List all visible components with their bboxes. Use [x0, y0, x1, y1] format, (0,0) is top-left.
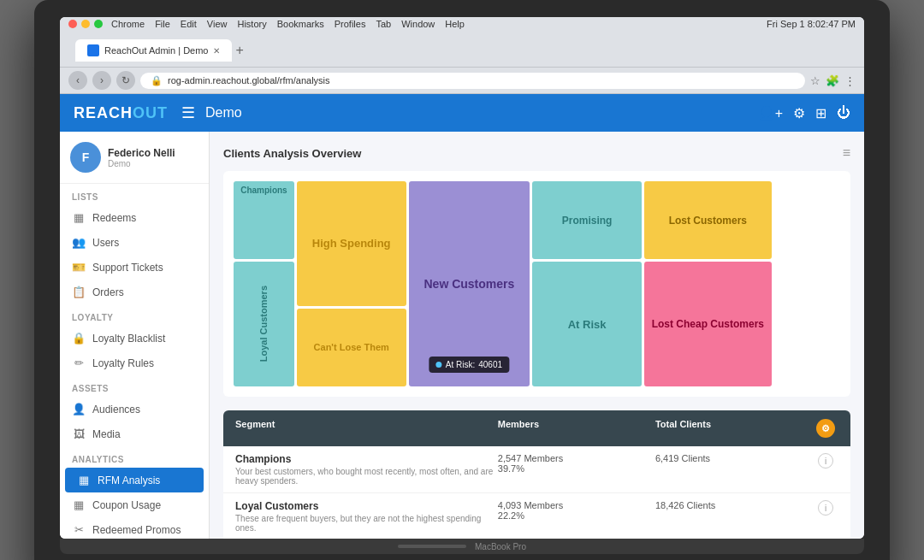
menu-chrome[interactable]: Chrome: [111, 19, 145, 29]
active-tab[interactable]: ReachOut Admin | Demo ✕: [75, 39, 232, 62]
menu-window[interactable]: Window: [401, 19, 435, 29]
menu-file[interactable]: File: [155, 19, 170, 29]
members-pct-champions: 39.7%: [498, 463, 655, 474]
section-header: Clients Analysis Overview ≡: [223, 145, 850, 161]
th-members: Members: [498, 419, 655, 438]
chrome-tabs: ReachOut Admin | Demo ✕ +: [75, 39, 856, 62]
laptop-frame: Chrome File Edit View History Bookmarks …: [34, 0, 890, 560]
top-bar: REACHOUT ☰ Demo 👤+ ⚙ ⊞ ⏻: [60, 94, 864, 132]
extensions-btn[interactable]: 🧩: [826, 74, 839, 87]
tm-cell-cant-lose[interactable]: Can't Lose Them: [297, 309, 406, 386]
tm-cell-high-spending[interactable]: High Spending: [297, 181, 406, 306]
sidebar-label-orders: Orders: [92, 286, 124, 298]
table-gear-btn[interactable]: ⚙: [816, 419, 835, 438]
address-bar[interactable]: 🔒 rog-admin.reachout.global/rfm/analysis: [140, 73, 805, 89]
sidebar-label-redeems: Redeems: [92, 212, 136, 224]
tooltip-label: At Risk:: [446, 360, 475, 369]
menu-help[interactable]: Help: [445, 19, 465, 29]
tm-col-5: Lost Customers Lost Cheap Customers: [644, 181, 772, 386]
sidebar-item-rules[interactable]: ✏ Loyalty Rules: [60, 351, 209, 375]
tm-cell-champions[interactable]: Champions: [234, 181, 294, 259]
treemap-container: Champions Loyal Customers High Spending: [223, 171, 850, 397]
chrome-dots: [68, 20, 103, 28]
sidebar-item-redeems[interactable]: ▦ Redeems: [60, 205, 209, 230]
td-total-champions: 6,419 Clients: [655, 453, 813, 463]
close-window-btn[interactable]: [68, 20, 77, 28]
app: REACHOUT ☰ Demo 👤+ ⚙ ⊞ ⏻ F: [60, 94, 864, 539]
top-bar-icons: 👤+ ⚙ ⊞ ⏻: [758, 105, 850, 121]
tm-label-champions: Champions: [240, 186, 287, 195]
forward-btn[interactable]: ›: [92, 71, 111, 90]
td-total-loyal: 18,426 Clients: [655, 500, 813, 510]
info-btn-champions[interactable]: i: [818, 453, 833, 469]
section-menu-btn[interactable]: ≡: [843, 145, 850, 161]
grid-icon[interactable]: ⊞: [815, 105, 826, 121]
tooltip-value: 40601: [478, 360, 502, 369]
tm-col-3: New Customers At Risk: 40601: [409, 181, 530, 386]
minimize-window-btn[interactable]: [81, 20, 90, 28]
add-user-icon[interactable]: 👤+: [758, 105, 783, 121]
table-header: Segment Members Total Clients ⚙: [223, 410, 850, 446]
table-row: Champions Your best customers, who bough…: [223, 446, 850, 493]
settings-icon[interactable]: ⚙: [793, 105, 805, 121]
section-title-assets: Assets: [60, 375, 209, 397]
user-section: F Federico Nelli Demo: [60, 132, 209, 184]
menu-profiles[interactable]: Profiles: [335, 19, 366, 29]
star-btn[interactable]: ☆: [810, 74, 820, 87]
sidebar-label-audiences: Audiences: [92, 404, 140, 416]
sidebar-item-media[interactable]: 🖼 Media: [60, 421, 209, 446]
avatar: F: [70, 142, 101, 173]
members-count-loyal: 4,093 Members: [498, 500, 655, 510]
more-btn[interactable]: ⋮: [844, 74, 856, 87]
sidebar-label-rules: Loyalty Rules: [92, 357, 154, 369]
sidebar-item-blacklist[interactable]: 🔒 Loyalty Blacklist: [60, 326, 209, 351]
coupon-icon: ▦: [72, 498, 86, 511]
th-total: Total Clients: [655, 419, 813, 438]
rfm-icon: ▦: [77, 474, 91, 486]
td-members-loyal: 4,093 Members 22.2%: [498, 500, 655, 521]
laptop-label: MacBook Pro: [475, 542, 526, 551]
tm-cell-promising[interactable]: Promising: [532, 181, 642, 259]
tm-cell-new-customers[interactable]: New Customers At Risk: 40601: [409, 181, 530, 386]
menu-history[interactable]: History: [237, 19, 266, 29]
hamburger-btn[interactable]: ☰: [181, 103, 195, 122]
tm-label-lost-cheap: Lost Cheap Customers: [652, 318, 764, 330]
back-btn[interactable]: ‹: [68, 71, 87, 90]
tm-col-2: High Spending Can't Lose Them: [297, 181, 406, 386]
blacklist-icon: 🔒: [72, 332, 86, 345]
users-icon: 👥: [72, 236, 86, 249]
orders-icon: 📋: [72, 286, 86, 298]
tm-cell-lost-customers[interactable]: Lost Customers: [644, 181, 772, 259]
td-segment-loyal: Loyal Customers These are frequent buyer…: [235, 500, 498, 533]
new-tab-btn[interactable]: +: [235, 43, 243, 58]
user-role: Demo: [108, 159, 175, 168]
maximize-window-btn[interactable]: [94, 20, 103, 28]
user-info: Federico Nelli Demo: [108, 147, 175, 168]
tm-cell-at-risk[interactable]: At Risk: [532, 262, 642, 386]
tab-close-btn[interactable]: ✕: [213, 46, 220, 56]
sidebar-item-support[interactable]: 🎫 Support Tickets: [60, 255, 209, 280]
reload-btn[interactable]: ↻: [116, 71, 135, 90]
sidebar-item-users[interactable]: 👥 Users: [60, 230, 209, 255]
menu-tab[interactable]: Tab: [376, 19, 391, 29]
sidebar-item-orders[interactable]: 📋 Orders: [60, 280, 209, 304]
info-btn-loyal[interactable]: i: [818, 500, 833, 516]
audiences-icon: 👤: [72, 403, 86, 416]
menu-edit[interactable]: Edit: [181, 19, 197, 29]
menu-view[interactable]: View: [207, 19, 228, 29]
td-action-loyal: i: [813, 500, 838, 516]
sidebar-item-rfm[interactable]: ▦ RFM Analysis: [65, 468, 204, 492]
menu-bookmarks[interactable]: Bookmarks: [277, 19, 324, 29]
section-title: Clients Analysis Overview: [223, 147, 361, 160]
url-text: rog-admin.reachout.global/rfm/analysis: [168, 75, 330, 85]
sidebar-item-redeemed[interactable]: ✂ Redeemed Promos: [60, 517, 209, 539]
support-icon: 🎫: [72, 261, 86, 274]
sidebar-label-coupon: Coupon Usage: [92, 499, 161, 511]
tm-cell-loyal[interactable]: Loyal Customers: [234, 262, 294, 386]
sidebar-item-coupon[interactable]: ▦ Coupon Usage: [60, 492, 209, 517]
main-content: F Federico Nelli Demo Lists ▦ Redeems 👥 …: [60, 132, 864, 539]
sidebar-item-audiences[interactable]: 👤 Audiences: [60, 397, 209, 421]
tm-cell-lost-cheap[interactable]: Lost Cheap Customers: [644, 262, 772, 386]
sidebar-label-media: Media: [92, 428, 121, 440]
power-icon[interactable]: ⏻: [837, 105, 850, 121]
